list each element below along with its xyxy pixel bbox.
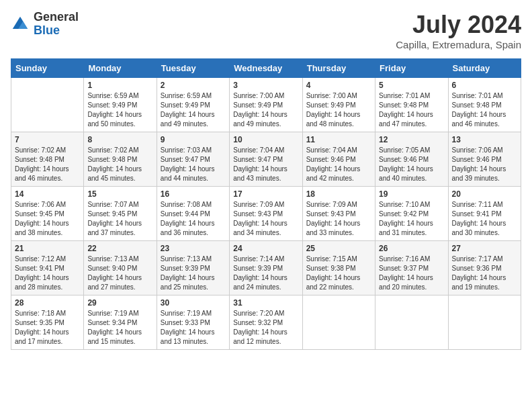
- day-info: Sunrise: 7:10 AM Sunset: 9:42 PM Dayligh…: [379, 200, 444, 238]
- day-info: Sunrise: 6:59 AM Sunset: 9:49 PM Dayligh…: [161, 91, 226, 129]
- days-of-week-row: SundayMondayTuesdayWednesdayThursdayFrid…: [11, 59, 521, 78]
- calendar-header: SundayMondayTuesdayWednesdayThursdayFrid…: [11, 59, 521, 78]
- day-info: Sunrise: 7:15 AM Sunset: 9:38 PM Dayligh…: [306, 255, 371, 292]
- day-info: Sunrise: 7:07 AM Sunset: 9:45 PM Dayligh…: [87, 200, 152, 238]
- day-number: 12: [379, 135, 444, 144]
- day-info: Sunrise: 7:02 AM Sunset: 9:48 PM Dayligh…: [87, 146, 152, 183]
- calendar-cell: 5Sunrise: 7:01 AM Sunset: 9:48 PM Daylig…: [375, 78, 448, 132]
- calendar-cell: 15Sunrise: 7:07 AM Sunset: 9:45 PM Dayli…: [84, 187, 157, 241]
- day-info: Sunrise: 7:05 AM Sunset: 9:46 PM Dayligh…: [379, 146, 444, 183]
- day-number: 19: [379, 189, 444, 199]
- day-info: Sunrise: 7:04 AM Sunset: 9:47 PM Dayligh…: [233, 146, 298, 183]
- day-number: 6: [452, 81, 517, 90]
- day-number: 2: [161, 81, 226, 90]
- calendar-cell: 7Sunrise: 7:02 AM Sunset: 9:48 PM Daylig…: [11, 132, 84, 187]
- day-info: Sunrise: 7:08 AM Sunset: 9:44 PM Dayligh…: [161, 200, 226, 238]
- day-number: 28: [15, 298, 80, 308]
- day-number: 31: [233, 298, 298, 308]
- day-of-week-header: Sunday: [11, 59, 84, 78]
- calendar-cell: 3Sunrise: 7:00 AM Sunset: 9:49 PM Daylig…: [230, 78, 302, 132]
- day-info: Sunrise: 7:18 AM Sunset: 9:35 PM Dayligh…: [15, 309, 80, 347]
- day-info: Sunrise: 7:00 AM Sunset: 9:49 PM Dayligh…: [306, 91, 371, 129]
- day-info: Sunrise: 7:01 AM Sunset: 9:48 PM Dayligh…: [379, 91, 444, 129]
- calendar-cell: [11, 78, 84, 132]
- day-info: Sunrise: 7:03 AM Sunset: 9:47 PM Dayligh…: [161, 146, 226, 183]
- day-number: 18: [306, 189, 371, 199]
- day-number: 7: [15, 135, 80, 144]
- day-of-week-header: Wednesday: [230, 59, 302, 78]
- calendar-cell: 22Sunrise: 7:13 AM Sunset: 9:40 PM Dayli…: [84, 241, 157, 295]
- calendar-cell: 25Sunrise: 7:15 AM Sunset: 9:38 PM Dayli…: [302, 241, 375, 295]
- day-number: 5: [379, 81, 444, 90]
- calendar-cell: 20Sunrise: 7:11 AM Sunset: 9:41 PM Dayli…: [448, 187, 521, 241]
- calendar-cell: 12Sunrise: 7:05 AM Sunset: 9:46 PM Dayli…: [375, 132, 448, 187]
- logo: General Blue: [11, 11, 79, 38]
- day-of-week-header: Friday: [375, 59, 448, 78]
- day-of-week-header: Thursday: [302, 59, 375, 78]
- day-info: Sunrise: 7:20 AM Sunset: 9:32 PM Dayligh…: [233, 309, 298, 347]
- day-info: Sunrise: 7:04 AM Sunset: 9:46 PM Dayligh…: [306, 146, 371, 183]
- day-number: 20: [452, 189, 517, 199]
- day-info: Sunrise: 7:00 AM Sunset: 9:49 PM Dayligh…: [233, 91, 298, 129]
- day-info: Sunrise: 7:02 AM Sunset: 9:48 PM Dayligh…: [15, 146, 80, 183]
- day-number: 9: [161, 135, 226, 144]
- day-info: Sunrise: 7:16 AM Sunset: 9:37 PM Dayligh…: [379, 255, 444, 292]
- calendar-cell: 27Sunrise: 7:17 AM Sunset: 9:36 PM Dayli…: [448, 241, 521, 295]
- calendar-cell: 4Sunrise: 7:00 AM Sunset: 9:49 PM Daylig…: [302, 78, 375, 132]
- day-number: 27: [452, 244, 517, 253]
- calendar-cell: [375, 295, 448, 350]
- day-number: 16: [161, 189, 226, 199]
- calendar-cell: 6Sunrise: 7:01 AM Sunset: 9:48 PM Daylig…: [448, 78, 521, 132]
- calendar-cell: [302, 295, 375, 350]
- day-info: Sunrise: 6:59 AM Sunset: 9:49 PM Dayligh…: [87, 91, 152, 129]
- header: General Blue July 2024 Capilla, Extremad…: [11, 11, 521, 50]
- day-info: Sunrise: 7:09 AM Sunset: 9:43 PM Dayligh…: [306, 200, 371, 238]
- calendar-cell: 14Sunrise: 7:06 AM Sunset: 9:45 PM Dayli…: [11, 187, 84, 241]
- calendar-cell: 8Sunrise: 7:02 AM Sunset: 9:48 PM Daylig…: [84, 132, 157, 187]
- calendar-cell: 28Sunrise: 7:18 AM Sunset: 9:35 PM Dayli…: [11, 295, 84, 350]
- calendar-table: SundayMondayTuesdayWednesdayThursdayFrid…: [11, 58, 521, 350]
- calendar-cell: 1Sunrise: 6:59 AM Sunset: 9:49 PM Daylig…: [84, 78, 157, 132]
- calendar-week-row: 1Sunrise: 6:59 AM Sunset: 9:49 PM Daylig…: [11, 78, 521, 132]
- day-number: 15: [87, 189, 152, 199]
- day-info: Sunrise: 7:19 AM Sunset: 9:34 PM Dayligh…: [87, 309, 152, 347]
- logo-general-label: General: [34, 11, 79, 24]
- day-info: Sunrise: 7:09 AM Sunset: 9:43 PM Dayligh…: [233, 200, 298, 238]
- logo-blue-label: Blue: [34, 24, 79, 38]
- day-number: 23: [161, 244, 226, 253]
- location-label: Capilla, Extremadura, Spain: [396, 39, 521, 50]
- title-area: July 2024 Capilla, Extremadura, Spain: [396, 11, 521, 50]
- calendar-cell: 17Sunrise: 7:09 AM Sunset: 9:43 PM Dayli…: [230, 187, 302, 241]
- day-info: Sunrise: 7:06 AM Sunset: 9:46 PM Dayligh…: [452, 146, 517, 183]
- day-info: Sunrise: 7:19 AM Sunset: 9:33 PM Dayligh…: [161, 309, 226, 347]
- day-number: 26: [379, 244, 444, 253]
- day-info: Sunrise: 7:13 AM Sunset: 9:40 PM Dayligh…: [87, 255, 152, 292]
- calendar-cell: 19Sunrise: 7:10 AM Sunset: 9:42 PM Dayli…: [375, 187, 448, 241]
- day-number: 14: [15, 189, 80, 199]
- logo-icon: [11, 15, 30, 34]
- day-number: 30: [161, 298, 226, 308]
- day-number: 3: [233, 81, 298, 90]
- day-number: 13: [452, 135, 517, 144]
- calendar-cell: 29Sunrise: 7:19 AM Sunset: 9:34 PM Dayli…: [84, 295, 157, 350]
- day-of-week-header: Tuesday: [157, 59, 229, 78]
- logo-text: General Blue: [34, 11, 79, 38]
- calendar-cell: 11Sunrise: 7:04 AM Sunset: 9:46 PM Dayli…: [302, 132, 375, 187]
- day-info: Sunrise: 7:17 AM Sunset: 9:36 PM Dayligh…: [452, 255, 517, 292]
- calendar-cell: 10Sunrise: 7:04 AM Sunset: 9:47 PM Dayli…: [230, 132, 302, 187]
- day-info: Sunrise: 7:11 AM Sunset: 9:41 PM Dayligh…: [452, 200, 517, 238]
- day-number: 8: [87, 135, 152, 144]
- calendar-week-row: 28Sunrise: 7:18 AM Sunset: 9:35 PM Dayli…: [11, 295, 521, 350]
- month-year-title: July 2024: [396, 11, 521, 39]
- day-info: Sunrise: 7:06 AM Sunset: 9:45 PM Dayligh…: [15, 200, 80, 238]
- calendar-cell: 18Sunrise: 7:09 AM Sunset: 9:43 PM Dayli…: [302, 187, 375, 241]
- day-number: 4: [306, 81, 371, 90]
- day-of-week-header: Saturday: [448, 59, 521, 78]
- day-number: 25: [306, 244, 371, 253]
- day-number: 17: [233, 189, 298, 199]
- day-number: 10: [233, 135, 298, 144]
- day-info: Sunrise: 7:01 AM Sunset: 9:48 PM Dayligh…: [452, 91, 517, 129]
- calendar-cell: 30Sunrise: 7:19 AM Sunset: 9:33 PM Dayli…: [157, 295, 229, 350]
- calendar-cell: 13Sunrise: 7:06 AM Sunset: 9:46 PM Dayli…: [448, 132, 521, 187]
- calendar-cell: 16Sunrise: 7:08 AM Sunset: 9:44 PM Dayli…: [157, 187, 229, 241]
